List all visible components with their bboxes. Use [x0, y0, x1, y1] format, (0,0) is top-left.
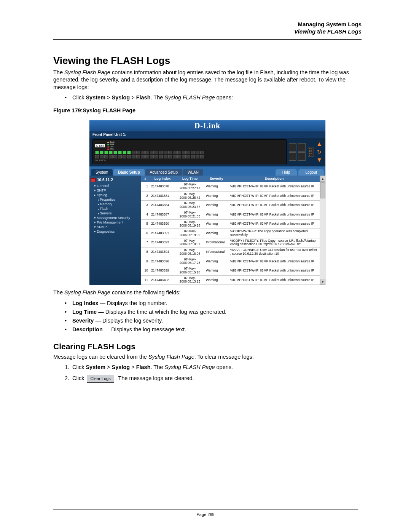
- device-front-panel: D-Link Stack PWR FAN RPS DXS-3250: [89, 138, 325, 166]
- ethernet-port: [104, 151, 108, 154]
- help-button[interactable]: Help: [276, 169, 297, 176]
- field-definition: •Severity — Displays the log severity.: [65, 316, 362, 325]
- cell-log-time: 07-May-2006 05:15:18: [175, 266, 204, 276]
- footer-rule: [53, 510, 358, 510]
- device-logo: D-Link: [95, 144, 105, 147]
- cell-log-time: 07-May-2006 05:13:13: [175, 275, 204, 285]
- scroll-track[interactable]: [320, 182, 325, 279]
- tab-basic-setup[interactable]: Basic Setup: [113, 169, 144, 176]
- intro-paragraph: The Syslog Flash Page contains informati…: [53, 69, 362, 91]
- tab-advanced-setup[interactable]: Advanced Setup: [145, 169, 182, 176]
- scroll-down-icon[interactable]: ▼: [320, 279, 325, 285]
- field-text: Log Index — Displays the log number.: [72, 299, 167, 308]
- arrow-up-icon[interactable]: ▲: [316, 141, 322, 147]
- tree-syslog[interactable]: Syslog: [94, 193, 139, 197]
- ethernet-port: [132, 151, 135, 154]
- tree-mgmt-security[interactable]: Management Security: [94, 216, 139, 220]
- tree-memory[interactable]: Memory: [98, 202, 139, 206]
- ethernet-port: [95, 155, 99, 158]
- clearing-steps: 1. Click System > Syslog > Flash. The Sy…: [65, 363, 362, 383]
- field-desc: Displays the time at which the log was g…: [105, 309, 226, 315]
- th-severity: Severity: [204, 176, 229, 182]
- tree-file-mgmt[interactable]: File Management: [94, 220, 139, 225]
- cell-description: %IGMPHOST-W-IP: IGMP Packet with unknown…: [229, 210, 320, 219]
- panel-nav-arrows[interactable]: ▲ ↻ ▼: [316, 141, 322, 163]
- cell-severity: Warning: [204, 257, 229, 266]
- clear-logs-button[interactable]: Clear Logs: [87, 375, 114, 383]
- t: Syslog FLASH Page: [164, 94, 215, 101]
- t: . To clear message logs:: [194, 354, 254, 360]
- fields-intro: The Syslog Flash Page contains the follo…: [53, 289, 362, 297]
- logout-button[interactable]: Logout: [298, 169, 324, 176]
- cell-severity: Warning: [204, 182, 229, 192]
- running-header: Managing System Logs Viewing the FLASH L…: [53, 21, 362, 35]
- cell-log-time: 07-May-2006 05:19:09: [175, 229, 204, 238]
- tree-snmp[interactable]: SNMP: [94, 225, 139, 229]
- th-log-index: Log Index: [150, 176, 175, 182]
- tree-diagnostics[interactable]: Diagnostics: [94, 229, 139, 234]
- tab-wlan[interactable]: WLAN: [183, 169, 203, 176]
- t: >: [105, 364, 112, 370]
- vertical-scrollbar[interactable]: ▲ ▼: [320, 176, 325, 285]
- cell-severity: Warning: [204, 201, 229, 210]
- ethernet-port: [177, 151, 181, 154]
- syslog-flash-screenshot: D-Link Front Panel Unit 1: D-Link Stack …: [89, 120, 326, 285]
- ethernet-port: [196, 151, 199, 154]
- ethernet-port: [127, 151, 131, 154]
- cell-log-time: 07-May-2006 05:27:47: [175, 182, 204, 192]
- scroll-thumb[interactable]: [320, 182, 325, 198]
- table-row: 9214748339607-May-2006 05:17:23Warning%I…: [141, 257, 320, 266]
- arrow-down-icon[interactable]: ▼: [316, 157, 322, 163]
- tree-general[interactable]: General: [94, 184, 139, 188]
- field-dash: —: [98, 300, 107, 306]
- ethernet-port: [123, 151, 126, 154]
- ethernet-port: [155, 151, 158, 154]
- cell-log-index: 2147483396: [150, 257, 175, 266]
- field-dash: —: [94, 318, 102, 324]
- table-row: 7214748339307-May-2006 05:18:37Informati…: [141, 238, 320, 248]
- tree-properties[interactable]: Properties: [98, 197, 139, 202]
- scroll-up-icon[interactable]: ▲: [320, 176, 325, 182]
- ethernet-port: [186, 151, 190, 154]
- cell-log-time: 07-May-2006 05:23:37: [175, 201, 204, 210]
- tree-servers[interactable]: Servers: [98, 211, 139, 216]
- table-row: 2214748338107-May-2006 05:25:42Warning%I…: [141, 191, 320, 201]
- page-footer: Page 269: [53, 510, 358, 517]
- t: Syslog: [112, 94, 130, 101]
- step-2-text: Click Clear Logs. The message logs are c…: [72, 374, 194, 383]
- bullet-dot: •: [65, 308, 68, 316]
- t: Click: [72, 364, 86, 370]
- section-title-viewing: Viewing the FLASH Logs: [53, 55, 362, 67]
- nav-instruction-bullet: • Click System > Syslog > Flash. The Sys…: [65, 93, 362, 102]
- bullet-dot: •: [65, 316, 68, 325]
- table-row: 5214748339007-May-2006 05:19:28Warning%I…: [141, 219, 320, 229]
- ethernet-port: [127, 155, 131, 158]
- arrow-refresh-icon[interactable]: ↻: [317, 149, 322, 155]
- cell-log-index: 2147483378: [150, 182, 175, 192]
- field-text: Severity — Displays the log severity.: [72, 316, 163, 325]
- th-log-time: Log Time: [175, 176, 204, 182]
- ethernet-port: [168, 151, 172, 154]
- t: . The: [151, 364, 165, 370]
- bullet-dot: •: [65, 299, 68, 308]
- t: opens:: [215, 94, 233, 101]
- field-desc: Displays the log number.: [107, 300, 167, 306]
- cell-log-index: 2147483390: [150, 219, 175, 229]
- ethernet-port: [191, 155, 195, 158]
- cell-log-time: 07-May-2006 05:18:08: [175, 248, 204, 257]
- cell-description: %AAA-I-CONNECT: User CLI session for use…: [229, 248, 320, 257]
- cell-severity: Warning: [204, 191, 229, 201]
- cell-log-time: 07-May-2006 05:25:42: [175, 191, 204, 201]
- cell-log-index: 2147483402: [150, 275, 175, 285]
- tree-root-ip[interactable]: 10.6.11.2: [91, 178, 139, 182]
- tab-system[interactable]: System: [91, 169, 113, 176]
- field-name: Severity: [72, 318, 94, 324]
- cell-log-index: 2147483384: [150, 201, 175, 210]
- field-text: Description — Displays the log message t…: [72, 325, 186, 334]
- table-row: 8214748339407-May-2006 05:18:08Informati…: [141, 248, 320, 257]
- th-num: #: [141, 176, 150, 182]
- tree-sntp[interactable]: SNTP: [94, 188, 139, 193]
- sfp-port: [289, 152, 296, 161]
- ethernet-port: [168, 155, 172, 158]
- tree-flash[interactable]: Flash: [98, 206, 139, 211]
